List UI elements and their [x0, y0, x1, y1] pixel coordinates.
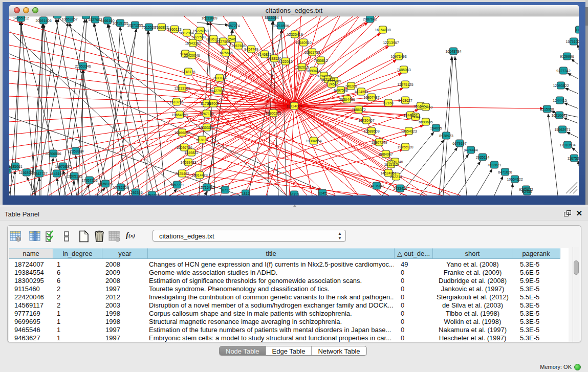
svg-text:13716485: 13716485 — [199, 186, 214, 189]
svg-text:1244415: 1244415 — [553, 99, 567, 102]
svg-text:8990444: 8990444 — [307, 69, 320, 73]
svg-text:8938923: 8938923 — [439, 134, 453, 138]
svg-text:16033809: 16033809 — [201, 16, 217, 20]
svg-text:1112: 1112 — [576, 28, 579, 32]
svg-text:817004: 817004 — [207, 102, 219, 105]
svg-text:746266: 746266 — [345, 84, 357, 88]
svg-text:10807487: 10807487 — [363, 96, 379, 99]
svg-text:2718176: 2718176 — [181, 70, 195, 74]
svg-text:21053346: 21053346 — [75, 64, 91, 68]
svg-text:1733426: 1733426 — [393, 187, 407, 190]
svg-text:12325419: 12325419 — [287, 33, 302, 36]
svg-text:12505135: 12505135 — [66, 174, 82, 178]
svg-text:16640910: 16640910 — [295, 41, 311, 45]
svg-text:6679197: 6679197 — [452, 142, 466, 145]
svg-text:8912954: 8912954 — [180, 31, 193, 35]
svg-text:9227342: 9227342 — [556, 69, 570, 73]
svg-text:164095: 164095 — [430, 126, 442, 130]
svg-text:16961758: 16961758 — [304, 51, 320, 54]
svg-text:20691406: 20691406 — [35, 19, 51, 23]
svg-text:16210643: 16210643 — [551, 114, 567, 117]
svg-text:75844: 75844 — [410, 115, 421, 119]
svg-text:15751024: 15751024 — [565, 40, 579, 43]
svg-text:16914479: 16914479 — [191, 173, 207, 177]
svg-text:9245: 9245 — [318, 191, 326, 195]
svg-text:871: 871 — [222, 188, 228, 192]
svg-text:9146821: 9146821 — [257, 53, 271, 56]
svg-text:3875645: 3875645 — [219, 51, 232, 55]
svg-text:6497568: 6497568 — [334, 89, 347, 92]
svg-text:9084067: 9084067 — [379, 152, 393, 156]
svg-text:7955812: 7955812 — [314, 59, 328, 62]
svg-text:92450: 92450 — [522, 190, 532, 193]
svg-text:19975867: 19975867 — [55, 165, 71, 168]
svg-text:252214: 252214 — [390, 175, 402, 179]
svg-text:15720407: 15720407 — [358, 119, 374, 122]
svg-text:9129996: 9129996 — [560, 55, 574, 58]
svg-text:7857274: 7857274 — [226, 24, 239, 28]
svg-text:18807249: 18807249 — [371, 141, 387, 144]
svg-text:19384554: 19384554 — [306, 139, 321, 143]
svg-text:13353594: 13353594 — [199, 126, 214, 129]
svg-text:9115460: 9115460 — [419, 105, 433, 109]
svg-text:10671355: 10671355 — [127, 24, 143, 27]
svg-text:17359924: 17359924 — [68, 149, 83, 153]
svg-text:1167534: 1167534 — [568, 157, 579, 160]
svg-text:16046786: 16046786 — [176, 146, 192, 149]
svg-text:14524851: 14524851 — [380, 171, 396, 175]
svg-text:7886372: 7886372 — [352, 108, 365, 112]
svg-text:17957223: 17957223 — [81, 179, 97, 182]
svg-text:9327508: 9327508 — [191, 35, 205, 39]
svg-text:23420046: 23420046 — [184, 54, 200, 57]
svg-text:18724007: 18724007 — [286, 104, 302, 108]
svg-text:9457771: 9457771 — [170, 183, 184, 187]
svg-text:19654983: 19654983 — [171, 113, 187, 117]
svg-text:14136141: 14136141 — [368, 184, 384, 188]
svg-text:9474444: 9474444 — [464, 148, 477, 152]
svg-text:3267130: 3267130 — [200, 112, 213, 116]
svg-text:14099483: 14099483 — [180, 161, 196, 164]
svg-text:8322013: 8322013 — [278, 60, 292, 63]
svg-text:62160: 62160 — [383, 101, 394, 105]
svg-text:12975125: 12975125 — [397, 83, 413, 86]
svg-text:1812: 1812 — [242, 192, 250, 195]
svg-text:2967608: 2967608 — [231, 44, 245, 48]
svg-text:8960123: 8960123 — [167, 28, 181, 31]
svg-text:10719155: 10719155 — [112, 21, 128, 25]
svg-text:10653267: 10653267 — [61, 17, 77, 21]
svg-text:10688609: 10688609 — [363, 129, 379, 133]
svg-text:12213967: 12213967 — [383, 41, 399, 45]
svg-text:39151: 39151 — [9, 168, 12, 172]
svg-text:10973493: 10973493 — [390, 55, 406, 58]
svg-text:8813054: 8813054 — [265, 16, 278, 19]
svg-text:245: 245 — [329, 82, 335, 86]
svg-text:3215958: 3215958 — [540, 107, 554, 111]
svg-text:1610755: 1610755 — [169, 100, 183, 104]
svg-text:18300275: 18300275 — [265, 112, 281, 115]
svg-text:20206556: 20206556 — [45, 152, 61, 156]
svg-text:10782759: 10782759 — [113, 186, 128, 189]
svg-text:15692971: 15692971 — [554, 128, 570, 132]
svg-text:16154808: 16154808 — [375, 28, 390, 32]
svg-text:587832: 587832 — [196, 138, 208, 142]
svg-text:8454749: 8454749 — [244, 48, 258, 51]
svg-text:9457771: 9457771 — [145, 193, 159, 196]
svg-text:19166852: 19166852 — [174, 131, 190, 135]
svg-text:9463627: 9463627 — [398, 99, 412, 102]
svg-text:16543362: 16543362 — [185, 41, 201, 45]
svg-text:2546: 2546 — [228, 37, 236, 41]
svg-text:12213369: 12213369 — [174, 86, 190, 90]
svg-text:1624554: 1624554 — [354, 90, 368, 94]
svg-text:7663822: 7663822 — [155, 26, 168, 29]
svg-text:7485063: 7485063 — [397, 68, 410, 72]
svg-text:6899695: 6899695 — [419, 120, 432, 124]
svg-text:8471626: 8471626 — [498, 170, 512, 174]
svg-text:1549822: 1549822 — [184, 151, 198, 155]
svg-text:2603144: 2603144 — [212, 76, 226, 80]
svg-text:19756928: 19756928 — [397, 145, 413, 149]
svg-text:15226058: 15226058 — [192, 29, 208, 33]
svg-text:66113: 66113 — [290, 193, 299, 196]
svg-text:12093822: 12093822 — [553, 84, 569, 87]
svg-text:10654122: 10654122 — [507, 178, 522, 181]
svg-text:19218506: 19218506 — [273, 24, 289, 28]
